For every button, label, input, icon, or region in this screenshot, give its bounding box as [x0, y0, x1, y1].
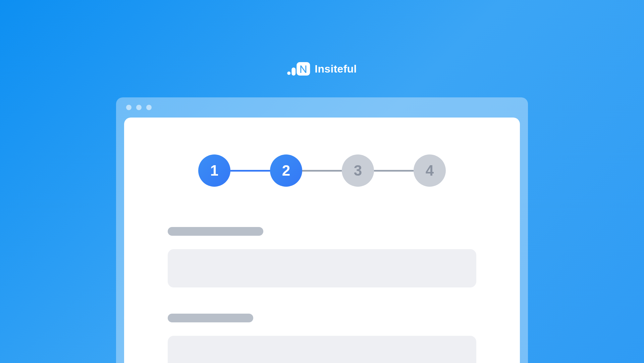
step-3[interactable]: 3 [342, 154, 374, 187]
traffic-light-minimize-icon[interactable] [136, 105, 142, 110]
traffic-light-maximize-icon[interactable] [146, 105, 152, 110]
browser-content: 1 2 3 4 [124, 118, 520, 363]
form-input-2[interactable] [168, 336, 476, 363]
logo-n-icon [300, 64, 307, 73]
logo-mark-icon [287, 62, 310, 76]
traffic-light-close-icon[interactable] [126, 105, 131, 110]
step-2[interactable]: 2 [270, 154, 302, 187]
step-connector-1-2 [230, 170, 270, 172]
form-label-2 [168, 314, 253, 322]
form-input-1[interactable] [168, 249, 476, 287]
step-1[interactable]: 1 [198, 154, 230, 187]
step-1-number: 1 [210, 162, 218, 179]
step-2-number: 2 [282, 162, 290, 179]
form-label-1 [168, 227, 263, 236]
step-3-number: 3 [354, 162, 362, 179]
brand-logo: Insiteful [287, 62, 357, 76]
form-field-1 [168, 227, 476, 287]
step-4[interactable]: 4 [414, 154, 446, 187]
browser-window: 1 2 3 4 [116, 97, 528, 363]
form-field-2 [168, 314, 476, 363]
step-connector-2-3 [302, 170, 342, 172]
progress-stepper: 1 2 3 4 [168, 154, 476, 187]
brand-name: Insiteful [315, 63, 357, 75]
browser-titlebar [116, 97, 528, 118]
step-4-number: 4 [426, 162, 434, 179]
step-connector-3-4 [374, 170, 414, 172]
